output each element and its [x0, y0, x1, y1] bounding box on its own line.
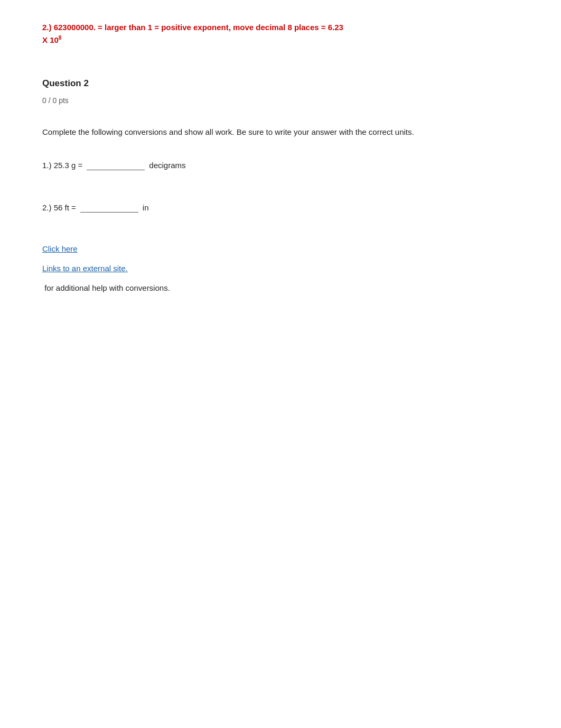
conversion-item-1: 1.) 25.3 g = decigrams	[42, 160, 519, 170]
question-title: Question 2	[42, 78, 519, 89]
conversion-1-blank[interactable]	[87, 160, 145, 170]
conversion-2-label: 2.) 56 ft =	[42, 203, 76, 212]
question-2-section: Question 2 0 / 0 pts Complete the follow…	[42, 78, 519, 292]
external-link-section: Links to an external site.	[42, 264, 519, 273]
click-here-link[interactable]: Click here	[42, 244, 78, 253]
previous-answer-block: 2.) 623000000. = larger than 1 = positiv…	[42, 21, 519, 47]
answer-line1: 2.) 623000000. = larger than 1 = positiv…	[42, 23, 343, 32]
conversion-2-blank[interactable]	[80, 202, 138, 213]
exponent: 8	[59, 35, 62, 41]
question-body: Complete the following conversions and s…	[42, 126, 519, 139]
click-here-section: Click here	[42, 244, 519, 253]
external-site-link[interactable]: Links to an external site.	[42, 264, 128, 273]
answer-line2: X 108	[42, 35, 61, 44]
additional-help-text: for additional help with conversions.	[42, 283, 519, 292]
conversion-item-2: 2.) 56 ft = in	[42, 202, 519, 213]
conversion-2-unit: in	[143, 203, 149, 212]
question-points: 0 / 0 pts	[42, 96, 519, 105]
conversion-1-label: 1.) 25.3 g =	[42, 161, 82, 170]
links-wrapper: Click here Links to an external site. fo…	[42, 244, 519, 292]
conversion-1-unit: decigrams	[149, 161, 185, 170]
